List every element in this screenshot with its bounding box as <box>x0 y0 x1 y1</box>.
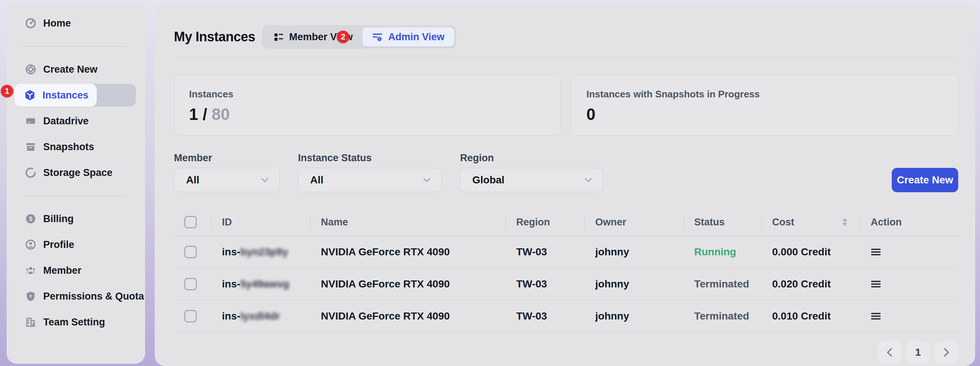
sidebar-item-member[interactable]: Member <box>6 258 145 284</box>
chevron-down-icon <box>423 177 431 183</box>
sidebar-item-team-setting[interactable]: Team Setting <box>6 309 145 335</box>
dollar-circle-icon: $ <box>25 213 37 225</box>
cell-region: TW-03 <box>506 310 584 322</box>
instances-table: ID Name Region Owner Status Cost Action … <box>174 208 958 333</box>
column-header-name: Name <box>310 208 506 236</box>
sidebar-item-label: Snapshots <box>43 141 94 153</box>
sort-icon[interactable] <box>842 218 848 226</box>
create-new-button[interactable]: Create New <box>892 168 958 192</box>
tab-label: Admin View <box>388 32 445 43</box>
menu-icon <box>871 247 881 257</box>
obscured-id: byn23p9y <box>240 246 288 258</box>
menu-icon <box>871 312 881 321</box>
member-select[interactable]: All <box>174 168 280 192</box>
main-header: My Instances Member View Admin View 2 <box>174 25 958 49</box>
filter-label: Region <box>460 152 603 164</box>
tab-admin-view[interactable]: Admin View <box>362 27 454 46</box>
annotation-badge-1: 1 <box>1 85 13 97</box>
sidebar-item-storage-space[interactable]: Storage Space <box>6 160 145 185</box>
list-detail-icon <box>274 32 284 42</box>
row-action-menu-button[interactable] <box>871 280 881 288</box>
row-action-menu-button[interactable] <box>871 247 881 257</box>
chevron-right-icon <box>943 347 949 357</box>
filter-bar: Member All Instance Status All Region Gl… <box>174 152 958 192</box>
sidebar-item-label: Member <box>43 265 82 276</box>
filter-label: Member <box>174 152 280 164</box>
sidebar-item-billing[interactable]: $ Billing <box>6 206 145 232</box>
row-action-menu-button[interactable] <box>871 312 881 321</box>
sidebar-item-home[interactable]: Home <box>6 10 145 36</box>
status-badge: Running <box>684 246 761 258</box>
view-tabs: Member View Admin View 2 <box>262 25 457 49</box>
sidebar-item-label: Datadrive <box>43 116 89 127</box>
building-icon <box>25 316 37 328</box>
sidebar-item-instances[interactable]: Instances <box>6 82 145 108</box>
filter-label: Instance Status <box>298 152 442 164</box>
sidebar-item-permissions-quota[interactable]: Permissions & Quota <box>6 284 145 309</box>
instances-quota: 80 <box>212 105 230 123</box>
people-icon <box>25 265 37 276</box>
select-all-checkbox[interactable] <box>184 216 197 228</box>
person-circle-icon <box>25 239 37 250</box>
table-header-row: ID Name Region Owner Status Cost Action <box>174 208 958 236</box>
sidebar-item-label: Create New <box>43 64 97 75</box>
pagination-page-1-button[interactable]: 1 <box>906 341 930 364</box>
row-checkbox[interactable] <box>184 246 197 258</box>
cell-owner: johnny <box>584 246 684 258</box>
table-row: ins-5y49awvg NVIDIA GeForce RTX 4090 TW-… <box>174 268 958 300</box>
sidebar-divider <box>22 46 127 46</box>
sidebar-item-profile[interactable]: Profile <box>6 232 145 258</box>
chevron-down-icon <box>261 177 269 183</box>
shield-icon <box>25 290 37 302</box>
status-badge: Terminated <box>684 278 761 290</box>
pagination-next-button[interactable] <box>935 341 958 364</box>
stat-value: 0 <box>586 105 943 124</box>
svg-text:$: $ <box>29 215 32 222</box>
cell-region: TW-03 <box>506 278 584 290</box>
column-header-id: ID <box>211 208 310 236</box>
cell-name: NVIDIA GeForce RTX 4090 <box>310 246 506 258</box>
drive-icon <box>25 115 37 127</box>
cube-icon <box>24 89 36 101</box>
column-header-owner: Owner <box>584 208 684 236</box>
sidebar-item-datadrive[interactable]: Datadrive <box>6 108 145 134</box>
selected-value: Global <box>472 174 504 186</box>
column-header-action: Action <box>860 208 958 236</box>
table-row: ins-byn23p9y NVIDIA GeForce RTX 4090 TW-… <box>174 236 958 268</box>
column-header-status: Status <box>684 208 761 236</box>
stat-label: Instances <box>189 89 546 100</box>
column-header-region: Region <box>506 208 584 236</box>
column-header-cost: Cost <box>761 208 860 236</box>
sidebar-item-label: Storage Space <box>43 167 113 179</box>
stat-card-instances: Instances 1 / 80 <box>174 75 561 135</box>
row-checkbox[interactable] <box>184 310 197 322</box>
gauge-icon <box>25 17 37 29</box>
sidebar-item-create-new[interactable]: Create New <box>6 57 145 82</box>
filter-member: Member All <box>174 152 280 192</box>
filter-instance-status: Instance Status All <box>298 152 442 192</box>
sidebar-item-label: Permissions & Quota <box>43 291 144 302</box>
cell-id: ins-lyxdl4dr <box>211 310 310 322</box>
page-title: My Instances <box>174 29 255 44</box>
selected-value: All <box>310 174 323 186</box>
sidebar-item-snapshots[interactable]: Snapshots <box>6 134 145 160</box>
filter-region: Region Global <box>460 152 603 192</box>
instances-used: 1 <box>189 105 198 123</box>
region-select[interactable]: Global <box>460 168 603 192</box>
pagination-prev-button[interactable] <box>878 341 901 364</box>
sidebar-item-label: Billing <box>43 213 74 225</box>
main-panel: My Instances Member View Admin View 2 In… <box>155 3 975 366</box>
cell-cost: 0.010 Credit <box>761 310 860 322</box>
row-checkbox[interactable] <box>184 278 197 290</box>
archive-icon <box>25 141 37 153</box>
separator: / <box>203 105 207 123</box>
cell-owner: johnny <box>584 278 684 290</box>
stat-card-snapshots-in-progress: Instances with Snapshots in Progress 0 <box>571 75 958 135</box>
cell-owner: johnny <box>584 310 684 322</box>
cell-region: TW-03 <box>506 246 584 258</box>
instance-status-select[interactable]: All <box>298 168 442 192</box>
menu-icon <box>871 280 881 288</box>
chevron-left-icon <box>886 347 892 357</box>
cell-id: ins-byn23p9y <box>211 246 310 258</box>
cell-name: NVIDIA GeForce RTX 4090 <box>310 278 506 290</box>
